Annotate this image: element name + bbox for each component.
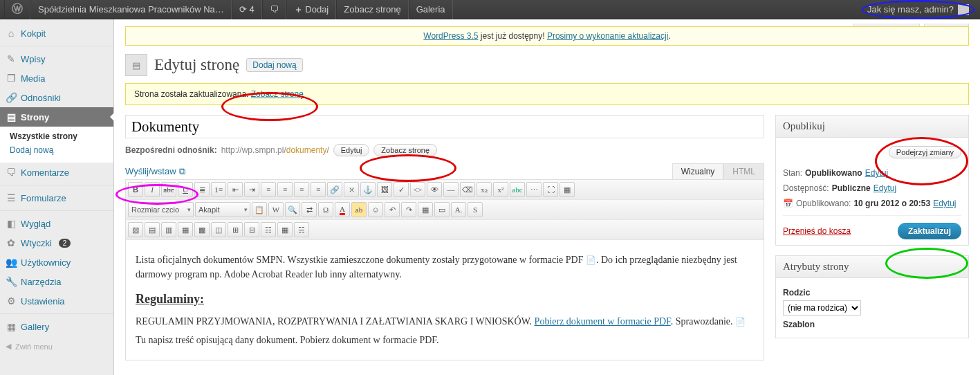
menu-dashboard[interactable]: ⌂Kokpit <box>0 24 113 43</box>
bold-button[interactable]: B <box>128 182 143 197</box>
t3-btn-10[interactable]: ▦ <box>277 222 293 237</box>
sub-button[interactable]: x₂ <box>477 182 492 197</box>
style-button[interactable]: S <box>468 202 483 217</box>
menu-plugins[interactable]: ✿Wtyczki2 <box>0 233 113 253</box>
comments-link[interactable]: 🗨 <box>262 0 286 19</box>
redo-button[interactable]: ↷ <box>401 202 416 217</box>
anchor-button[interactable]: ⚓ <box>360 182 376 197</box>
paste-text-button[interactable]: 📋 <box>252 202 267 217</box>
tab-visual[interactable]: Wizualny <box>672 163 724 179</box>
format-select[interactable]: Akapit <box>195 202 250 217</box>
edit-slug-button[interactable]: Edytuj <box>333 144 370 156</box>
media-upload-button[interactable]: Wyślij/wstaw ⧉ <box>125 166 185 177</box>
notice-view-link[interactable]: Zobacz stronę <box>251 89 304 99</box>
sub-all-pages[interactable]: Wszystkie strony <box>0 129 113 143</box>
abbr-button[interactable]: A. <box>451 202 466 217</box>
edit-status-link[interactable]: Edytuj <box>865 168 888 178</box>
forecolor-button[interactable]: A <box>335 202 350 217</box>
menu-appearance[interactable]: ◧Wygląd <box>0 210 113 233</box>
image-button[interactable]: 🖼 <box>377 182 392 197</box>
wp-logo[interactable]: ⓦ <box>4 0 30 19</box>
preview-button[interactable]: 👁 <box>427 182 442 197</box>
t3-btn-11[interactable]: ☵ <box>294 222 309 237</box>
more-button[interactable]: ⋯ <box>526 182 542 197</box>
align-right-button[interactable]: ≡ <box>294 182 309 197</box>
align-left-button[interactable]: ≡ <box>261 182 276 197</box>
code-button[interactable]: <> <box>410 182 425 197</box>
ul-button[interactable]: ≣ <box>194 182 210 197</box>
post-title-input[interactable] <box>125 115 764 138</box>
t3-btn-2[interactable]: ▤ <box>145 222 160 237</box>
t3-btn-4[interactable]: ▦ <box>178 222 193 237</box>
remove-format-button[interactable]: ⌫ <box>460 182 475 197</box>
tab-html[interactable]: HTML <box>723 163 764 179</box>
italic-button[interactable]: I <box>145 182 160 197</box>
t3-btn-9[interactable]: ☷ <box>261 222 276 237</box>
undo-button[interactable]: ↶ <box>385 202 400 217</box>
download-link[interactable]: Pobierz dokument w formacie PDF <box>535 316 671 327</box>
fullscreen-button[interactable]: ⛶ <box>543 182 558 197</box>
update-button[interactable]: Zaktualizuj <box>898 223 961 239</box>
publish-heading[interactable]: Opublikuj <box>776 116 968 138</box>
align-center-button[interactable]: ≡ <box>277 182 293 197</box>
align-justify-button[interactable]: ≡ <box>311 182 326 197</box>
trash-link[interactable]: Przenieś do kosza <box>783 226 851 236</box>
menu-links[interactable]: 🔗Odnośniki <box>0 88 113 107</box>
t3-btn-3[interactable]: ▥ <box>161 222 176 237</box>
menu-pages[interactable]: ▤Strony <box>0 107 113 127</box>
menu-label: Media <box>21 73 45 84</box>
clean-button[interactable]: ✓ <box>394 182 409 197</box>
t3-btn-5[interactable]: ▩ <box>194 222 210 237</box>
t3-btn-1[interactable]: ▧ <box>128 222 143 237</box>
view-site[interactable]: Zobacz stronę <box>336 0 408 19</box>
user-greeting[interactable]: Jak się masz, admin? <box>860 0 976 19</box>
outdent-button[interactable]: ⇤ <box>228 182 243 197</box>
menu-users[interactable]: 👥Użytkownicy <box>0 253 113 272</box>
charmap-button[interactable]: Ω <box>318 202 333 217</box>
menu-settings[interactable]: ⚙Ustawienia <box>0 291 113 311</box>
menu-tools[interactable]: 🔧Narzędzia <box>0 272 113 291</box>
underline-button[interactable]: U <box>178 182 193 197</box>
layer-button[interactable]: ▭ <box>434 202 450 217</box>
site-name[interactable]: Spółdzielnia Mieszkaniowa Pracowników Na… <box>30 0 232 19</box>
sup-button[interactable]: x² <box>493 182 508 197</box>
menu-forms[interactable]: ☰Formularze <box>0 185 113 208</box>
link-button[interactable]: 🔗 <box>327 182 342 197</box>
unlink-button[interactable]: ⤫ <box>344 182 359 197</box>
collapse-menu[interactable]: ◀Zwiń menu <box>0 336 113 356</box>
view-page-button[interactable]: Zobacz stronę <box>373 144 437 156</box>
spellcheck-button[interactable]: abc <box>510 182 525 197</box>
editor-body[interactable]: Lista oficjalnych dokumentów SMPN. Wszys… <box>126 240 764 360</box>
preview-button[interactable]: Podejrzyj zmiany <box>889 146 961 158</box>
table-button[interactable]: ▦ <box>418 202 433 217</box>
attrs-heading[interactable]: Atrybuty strony <box>776 256 968 278</box>
strike-button[interactable]: abc <box>161 182 176 197</box>
update-now-link[interactable]: Prosimy o wykonanie aktualizacji <box>547 31 668 41</box>
menu-comments[interactable]: 🗨Komentarze <box>0 163 113 182</box>
hr-button[interactable]: — <box>443 182 459 197</box>
wp-version-link[interactable]: WordPress 3.5 <box>423 31 478 41</box>
add-new[interactable]: ＋ Dodaj <box>286 0 337 19</box>
sub-add-page[interactable]: Dodaj nową <box>0 143 113 157</box>
menu-media[interactable]: ❐Media <box>0 68 113 88</box>
menu-gallery[interactable]: ▦Gallery <box>0 313 113 336</box>
add-new-button[interactable]: Dodaj nową <box>246 58 302 72</box>
search-button[interactable]: 🔍 <box>285 202 300 217</box>
toggle-row-button[interactable]: ▦ <box>560 182 575 197</box>
backcolor-button[interactable]: ab <box>351 202 367 217</box>
fontsize-select[interactable]: Rozmiar czcio <box>128 202 194 217</box>
edit-date-link[interactable]: Edytuj <box>933 199 956 208</box>
replace-button[interactable]: ⇄ <box>302 202 317 217</box>
ol-button[interactable]: 1≡ <box>211 182 226 197</box>
edit-visibility-link[interactable]: Edytuj <box>873 183 896 193</box>
t3-btn-6[interactable]: ◫ <box>211 222 226 237</box>
updates-link[interactable]: ⟳ 4 <box>232 0 262 19</box>
menu-posts[interactable]: ✎Wpisy <box>0 46 113 68</box>
paste-word-button[interactable]: W <box>268 202 284 217</box>
gallery-link[interactable]: Galeria <box>409 0 453 19</box>
parent-select[interactable]: (nie ma rodzica) <box>783 300 861 315</box>
t3-btn-7[interactable]: ⊞ <box>228 222 243 237</box>
emoji-button[interactable]: ☺ <box>368 202 383 217</box>
t3-btn-8[interactable]: ⊟ <box>244 222 259 237</box>
indent-button[interactable]: ⇥ <box>244 182 259 197</box>
